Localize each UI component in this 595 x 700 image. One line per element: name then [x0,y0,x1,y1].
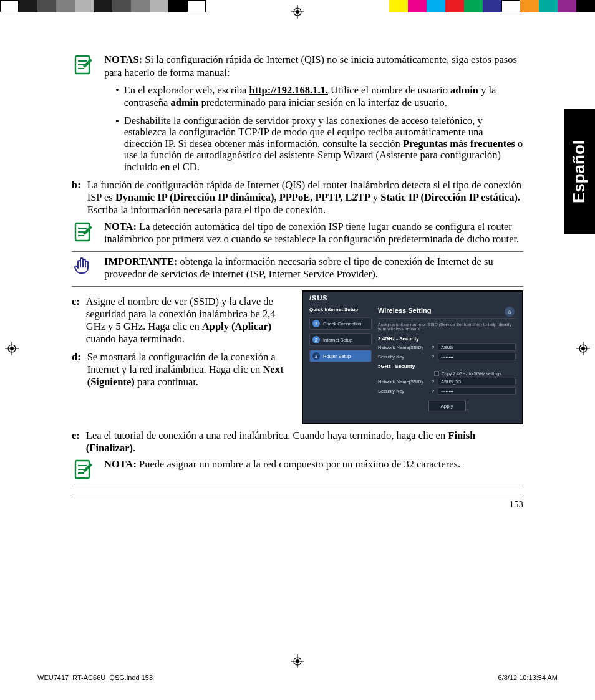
page-number-rule [72,494,523,494]
sidebar-item-router-setup[interactable]: 3Router Setup [309,350,372,362]
sidebar-item-check-connection[interactable]: 1Check Connection [309,317,372,330]
nota2-label: NOTA: [104,221,137,233]
note-icon [72,221,94,243]
bullet-text: Deshabilite la configuración de servidor… [124,115,523,173]
registration-mark-icon [291,5,304,22]
nota2-block: NOTA: La detección automática del tipo d… [72,221,523,246]
registration-mark-icon [576,342,590,359]
step-label: d: [72,351,81,388]
step-label: e: [72,429,80,454]
print-color-bar-right [370,0,595,12]
router-ui: /SUS ⌂ Quick Internet Setup 1Check Conne… [302,290,523,424]
step-num-icon: 3 [312,352,320,360]
copy-checkbox[interactable] [434,371,439,376]
row-c-d: c: Asigne el nombre de ver (SSID) y la c… [72,290,523,424]
step-label: b: [72,179,81,216]
step-text: Asigne el nombre de ver (SSID) y la clav… [86,295,293,346]
step-num-icon: 1 [312,320,320,327]
notas-block: NOTAS: Si la configuración rápida de Int… [72,54,523,79]
bullet-item: • Deshabilite la configuración de servid… [115,115,523,173]
nota3-block: NOTA: Puede asignar un nombre a la red c… [72,458,523,481]
key-5-input[interactable]: •••••••• [438,387,516,395]
importante-block: IMPORTANTE: obtenga la información neces… [72,256,523,281]
apply-button[interactable]: Apply [428,401,466,411]
note-icon [72,458,94,481]
nota2-body: La detección automática del tipo de cone… [104,221,519,246]
section-5ghz: 5GHz - Security [378,363,516,369]
language-tab-label: Español [570,140,589,203]
field-ssid-5: Network Name(SSID)?ASUS_5G [378,378,516,385]
panel-title: Wireless Setting [378,307,516,314]
step-text: Lea el tutorial de conexión a una red in… [86,429,523,454]
bullet-list: • En el explorador web, escriba http://1… [115,84,523,173]
step-text: Se mostrará la configuración de la conex… [87,351,293,388]
page-content: NOTAS: Si la configuración rápida de Int… [72,50,523,625]
url-text: http://192.168.1.1. [249,84,328,96]
print-color-bar-left [0,0,225,12]
importante-text: IMPORTANTE: obtenga la información neces… [104,256,523,281]
router-main-panel: Wireless Setting Assign a unique name or… [378,307,516,411]
nota3-body: Puede asignar un nombre a la red compues… [139,458,460,470]
panel-desc: Assign a unique name or SSID (Service Se… [378,322,516,331]
sidebar-item-internet-setup[interactable]: 2Internet Setup [309,333,372,346]
notas-text: NOTAS: Si la configuración rápida de Int… [104,54,523,79]
divider [72,251,523,252]
divider [72,486,523,486]
notas-label: NOTAS: [104,54,142,65]
router-screenshot: /SUS ⌂ Quick Internet Setup 1Check Conne… [302,290,523,424]
nota3-label: NOTA: [104,458,137,470]
footer-datetime: 6/8/12 10:13:54 AM [498,674,558,681]
bullet-text: En el explorador web, escriba http://192… [124,84,523,109]
sidebar-title: Quick Internet Setup [309,307,372,312]
bullet-dot: • [115,84,119,109]
hand-icon [72,256,94,278]
step-label: c: [72,295,80,346]
bullet-item: • En el explorador web, escriba http://1… [115,84,523,109]
language-tab: Español [564,109,595,234]
notas-body: Si la configuración rápida de Internet (… [104,54,517,79]
step-num-icon: 2 [312,336,320,343]
step-d: d: Se mostrará la configuración de la co… [72,351,293,388]
step-c: c: Asigne el nombre de ver (SSID) y la c… [72,295,293,346]
key-24-input[interactable]: •••••••• [438,353,516,360]
section-24ghz: 2.4GHz - Security [378,336,516,342]
nota3-text: NOTA: Puede asignar un nombre a la red c… [104,458,523,481]
ssid-5-input[interactable]: ASUS_5G [438,378,516,385]
step-b: b: La función de configuración rápida de… [72,179,523,216]
bullet-dot: • [115,115,119,173]
registration-mark-icon [291,654,304,672]
note-icon [72,54,94,76]
nota2-text: NOTA: La detección automática del tipo d… [104,221,523,246]
page-number: 153 [72,499,523,510]
print-footer: WEU7417_RT-AC66U_QSG.indd 153 6/8/12 10:… [37,674,558,681]
importante-label: IMPORTANTE: [104,256,177,267]
field-key-24: Security Key?•••••••• [378,353,516,360]
steps-c-d: c: Asigne el nombre de ver (SSID) y la c… [72,290,293,424]
step-text: La función de configuración rápida de In… [87,179,523,216]
router-sidebar: Quick Internet Setup 1Check Connection 2… [309,307,372,411]
field-ssid-24: Network Name(SSID)?ASUS [378,343,516,351]
step-e: e: Lea el tutorial de conexión a una red… [72,429,523,454]
field-key-5: Security Key?•••••••• [378,387,516,395]
copy-settings-row: Copy 2.4GHz to 5GHz settings. [434,371,516,376]
home-icon[interactable]: ⌂ [505,307,515,317]
router-logo: /SUS [303,292,522,304]
footer-filename: WEU7417_RT-AC66U_QSG.indd 153 [37,674,153,681]
ssid-24-input[interactable]: ASUS [438,343,516,351]
divider [72,286,523,287]
registration-mark-icon [5,342,19,359]
